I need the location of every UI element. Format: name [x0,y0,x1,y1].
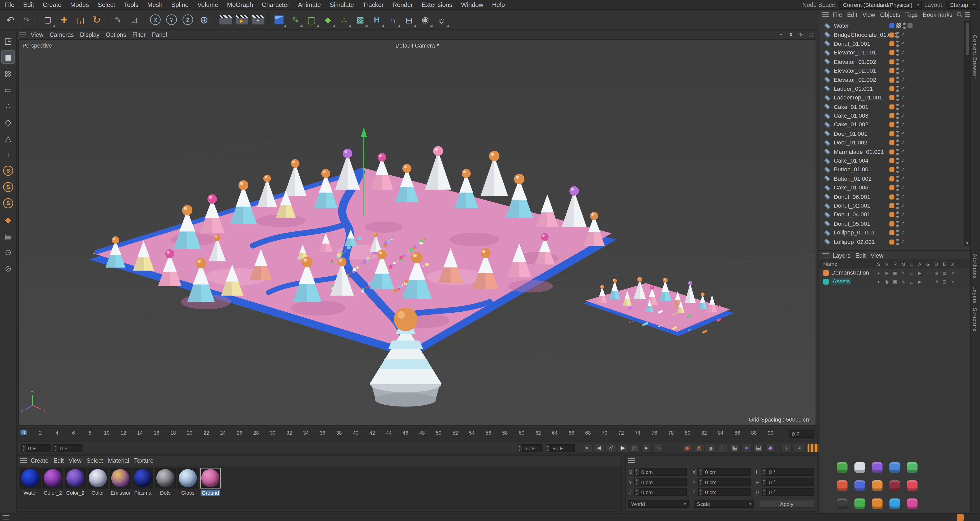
desktop-icon-12[interactable] [854,499,865,509]
layer-chip[interactable] [889,158,894,163]
edges-mode-button[interactable]: ◇ [1,115,15,129]
coord-field-b-2[interactable]: 0 ° [762,488,815,496]
visibility-dots[interactable] [896,158,899,164]
desktop-icon-15[interactable] [907,499,918,509]
range-end-field[interactable]: 90 F [546,444,575,452]
spinner-arrows[interactable] [54,445,58,451]
viewport-canvas[interactable]: XYZ Perspective Default Camera* Grid Spa… [18,39,816,426]
render-picture-viewer-button[interactable]: ▶ [234,12,249,27]
spinner-arrows[interactable] [635,478,640,486]
layer-chip[interactable] [889,131,894,136]
texture-axis-button[interactable]: ▤ [1,229,15,242]
side-tab-content-browser[interactable]: Content Browser [972,35,978,78]
layer-chip[interactable] [889,230,894,236]
spinner-arrows[interactable] [22,445,26,451]
menu-spline[interactable]: Spline [167,1,193,8]
object-row[interactable]: Button_01.001✓ [819,165,964,174]
enabled-check[interactable]: ✓ [900,230,905,236]
material-emission[interactable]: Emission [109,468,131,496]
menu-character[interactable]: Character [258,1,294,8]
sketch-tool[interactable]: ✎ [110,12,126,27]
object-menu-objects[interactable]: Objects [878,11,903,18]
layer-chip[interactable] [889,77,894,82]
visibility-dots[interactable] [896,148,899,155]
visibility-dots[interactable] [896,41,899,47]
layer-toggle-m[interactable]: ✎ [899,279,907,284]
layer-toggle-x[interactable]: × [948,279,957,284]
visibility-dots[interactable] [896,104,899,110]
workplane-mode-button[interactable]: ▭ [1,83,15,96]
object-row[interactable]: Cake_01.005✓ [819,183,964,192]
layer-chip[interactable] [889,122,894,127]
visibility-dots[interactable] [896,140,899,146]
tweak-tool[interactable]: ◿ [126,12,142,27]
side-tab-attributes[interactable]: Attributes [972,254,978,279]
enabled-check[interactable]: ✓ [900,68,905,73]
object-row[interactable]: Door_01.001✓ [819,129,964,138]
texture-mode-button[interactable]: ▨ [1,66,15,80]
layer-chip[interactable] [889,239,894,244]
current-frame-field[interactable]: 0 F [21,444,51,452]
menu-tracker[interactable]: Tracker [358,1,388,8]
visibility-dots[interactable] [896,212,899,218]
layer-chip[interactable] [889,50,894,56]
desktop-icon-7[interactable] [854,480,865,491]
object-row[interactable]: Donut_06.001✓ [819,192,964,201]
desktop-icon-1[interactable] [837,462,848,473]
range-start-field[interactable]: 90 F [518,444,542,452]
edit-render-settings-button[interactable]: + [250,12,266,27]
object-menu-bookmarks[interactable]: Bookmarks [920,11,955,18]
sound-toggle-button[interactable]: ♪ [781,443,792,453]
make-editable-button[interactable]: ◳ [1,34,15,48]
material-water[interactable]: Water [19,468,41,496]
object-menu-edit[interactable]: Edit [845,11,860,18]
hud-levels-icon[interactable] [808,444,819,452]
visibility-dots[interactable] [903,23,906,29]
spinner-arrows[interactable] [763,468,767,475]
side-tab-structure[interactable]: Structure [972,308,978,331]
menu-mograph[interactable]: MoGraph [223,1,257,8]
menu-animate[interactable]: Animate [294,1,325,8]
layer-row[interactable]: Assets●◉▣✎◻▶+⊕▤× [819,277,970,286]
visibility-dots[interactable] [896,194,899,200]
object-panel-menu-icon[interactable] [822,12,829,17]
enabled-check[interactable]: ✓ [900,41,905,46]
layer-chip[interactable] [889,221,894,226]
x-axis-lock[interactable]: X [147,12,163,27]
visibility-dots[interactable] [896,239,899,245]
parameter-keys-toggle[interactable]: ▤ [753,443,764,453]
menu-volume[interactable]: Volume [193,1,223,8]
menu-mesh[interactable]: Mesh [143,1,167,8]
node-space-select[interactable]: Current (Standard/Physical) [839,0,922,9]
enabled-check[interactable]: ✓ [900,140,905,145]
object-row[interactable]: Cake_01.001✓ [819,102,964,111]
scale-tool[interactable]: ◱ [73,12,88,27]
layer-chip[interactable] [889,176,894,181]
animation-palette-button[interactable]: ⊙ [1,245,15,259]
menu-create[interactable]: Create [38,1,66,8]
render-view-button[interactable] [217,12,233,27]
layer-row[interactable]: Demonstration●◉▣✎◻▶+⊕▤× [819,268,970,277]
visibility-dots[interactable] [896,167,899,173]
layer-toggle-e[interactable]: ▤ [940,279,948,284]
desktop-icon-4[interactable] [889,462,900,473]
snap-settings-button[interactable]: S [1,196,15,210]
layer-toggle-l[interactable]: ◻ [907,271,916,275]
visibility-dots[interactable] [896,229,899,236]
visibility-dots[interactable] [896,131,899,137]
menu-tools[interactable]: Tools [119,1,143,8]
layer-toggle-v[interactable]: ◉ [883,279,891,284]
add-cube-dropdown[interactable] [271,12,287,27]
world-object-select[interactable]: World [628,500,689,508]
pla-toggle[interactable]: ◆ [765,443,776,453]
layer-chip[interactable] [889,32,894,37]
live-selection-tool[interactable]: ▢ [40,12,56,27]
viewport-menu-filter[interactable]: Filter [129,31,149,38]
enabled-check[interactable]: ✓ [900,113,905,119]
layer-chip[interactable] [889,86,894,91]
desktop-icon-14[interactable] [889,499,900,509]
menu-modes[interactable]: Modes [66,1,94,8]
previous-frame-button[interactable]: ◁ [606,443,616,453]
coordinates-panel-menu-icon[interactable] [628,458,635,463]
layer-toggle-v[interactable]: ◉ [883,271,891,275]
